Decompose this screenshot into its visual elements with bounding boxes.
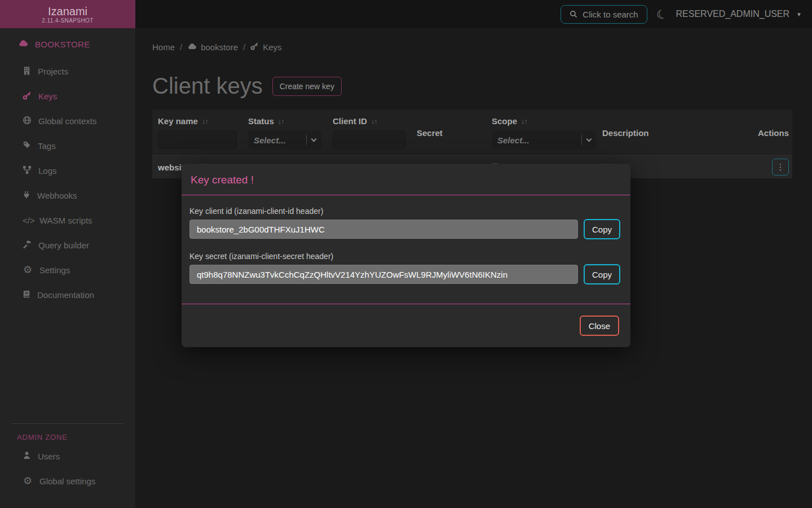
sort-key-name[interactable]: Key name ↓↑ — [158, 116, 248, 126]
sidebar-item-label: Settings — [39, 265, 70, 275]
caret-down-icon: ▼ — [796, 11, 802, 17]
sort-icon: ↓↑ — [202, 117, 208, 125]
close-button[interactable]: Close — [580, 316, 619, 336]
sidebar-item-logs[interactable]: Logs — [0, 158, 135, 183]
column-description: Description — [602, 128, 753, 138]
secret-label: Key secret (izanami-client-secret header… — [189, 252, 620, 261]
sidebar-item-tenant-bookstore[interactable]: BOOKSTORE — [0, 32, 135, 56]
app-version: 2.11.4-SNAPSHOT — [42, 17, 93, 24]
topbar: Izanami 2.11.4-SNAPSHOT Click to search … — [0, 0, 812, 28]
cloud-icon — [18, 39, 28, 49]
app-name: Izanami — [48, 5, 87, 17]
column-scope: Scope ↓↑ Select... — [492, 116, 602, 150]
admin-zone-title: ADMIN ZONE — [0, 424, 135, 444]
sidebar: BOOKSTORE Projects Keys Global contexts — [0, 28, 135, 508]
sidebar-item-label: Webhooks — [37, 191, 77, 200]
sidebar-item-query-builder[interactable]: Query builder — [0, 233, 135, 257]
modal-title: Key created ! — [191, 174, 621, 186]
dark-mode-toggle[interactable]: ☾ — [655, 7, 668, 21]
column-label: Scope — [492, 116, 517, 126]
secret-value-input[interactable] — [189, 265, 578, 284]
gear-icon: ⚙ — [23, 265, 33, 275]
breadcrumb: Home / bookstore / Keys — [135, 28, 812, 52]
sidebar-item-tags[interactable]: Tags — [0, 133, 135, 158]
hammer-icon — [23, 240, 32, 251]
sidebar-item-label: Projects — [38, 67, 68, 76]
breadcrumb-tenant[interactable]: bookstore — [187, 42, 238, 52]
sidebar-item-webhooks[interactable]: Webhooks — [0, 183, 135, 208]
code-icon: </> — [23, 216, 33, 225]
copy-secret-button[interactable]: Copy — [584, 264, 620, 284]
sidebar-item-label: Keys — [38, 91, 57, 101]
column-status: Status ↓↑ Select... — [248, 116, 333, 150]
column-label: Client ID — [333, 116, 367, 126]
sidebar-item-keys[interactable]: Keys — [0, 84, 135, 108]
search-button[interactable]: Click to search — [561, 5, 647, 24]
sidebar-item-label: Global contexts — [38, 116, 96, 126]
column-label: Key name — [158, 116, 198, 126]
sort-icon: ↓↑ — [371, 117, 377, 125]
copy-client-id-button[interactable]: Copy — [584, 219, 620, 239]
sitemap-icon — [23, 165, 32, 176]
sidebar-item-projects[interactable]: Projects — [0, 59, 135, 84]
column-label: Actions — [758, 128, 789, 138]
status-filter-select[interactable]: Select... — [248, 130, 321, 150]
client-id-value-input[interactable] — [189, 220, 578, 239]
column-client-id: Client ID ↓↑ — [333, 116, 417, 149]
key-icon — [250, 42, 259, 52]
ellipsis-vertical-icon: ⋮ — [776, 162, 785, 172]
user-menu[interactable]: RESERVED_ADMIN_USER ▼ — [676, 9, 802, 19]
breadcrumb-home[interactable]: Home — [152, 42, 175, 52]
sidebar-item-label: Documentation — [37, 290, 94, 300]
select-placeholder: Select... — [497, 135, 579, 145]
sidebar-item-label: Logs — [38, 166, 57, 176]
sidebar-item-documentation[interactable]: Documentation — [0, 282, 135, 307]
sidebar-item-settings[interactable]: ⚙ Settings — [0, 257, 135, 282]
sort-client-id[interactable]: Client ID ↓↑ — [333, 116, 417, 126]
breadcrumb-separator: / — [180, 42, 182, 52]
search-icon — [570, 10, 577, 18]
sidebar-item-label: Query builder — [38, 240, 89, 250]
sort-icon: ↓↑ — [278, 117, 284, 125]
column-actions: Actions — [758, 128, 789, 138]
modal-header: Key created ! — [182, 164, 630, 195]
sidebar-item-global-contexts[interactable]: Global contexts — [0, 108, 135, 133]
gear-icon: ⚙ — [23, 476, 33, 486]
column-key-name: Key name ↓↑ — [158, 116, 248, 149]
building-icon — [23, 66, 31, 77]
sidebar-item-label: Global settings — [39, 476, 95, 486]
modal-body: Key client id (izanami-client-id header)… — [182, 195, 630, 304]
sidebar-item-wasm-scripts[interactable]: </> WASM scripts — [0, 208, 135, 233]
chevron-down-icon — [311, 137, 317, 142]
client-id-filter-input[interactable] — [333, 130, 406, 149]
tag-icon — [23, 141, 31, 151]
sidebar-item-label: BOOKSTORE — [35, 40, 90, 49]
sort-status[interactable]: Status ↓↑ — [248, 116, 333, 126]
search-label: Click to search — [582, 10, 638, 19]
create-new-key-button[interactable]: Create new key — [272, 77, 342, 96]
sidebar-item-label: WASM scripts — [39, 216, 92, 225]
breadcrumb-keys[interactable]: Keys — [250, 42, 281, 52]
modal-footer: Close — [182, 304, 630, 347]
sidebar-item-global-settings[interactable]: ⚙ Global settings — [0, 468, 135, 493]
globe-icon — [23, 116, 32, 126]
plug-icon — [23, 190, 30, 201]
sidebar-item-users[interactable]: Users — [0, 444, 135, 468]
app-logo[interactable]: Izanami 2.11.4-SNAPSHOT — [0, 0, 135, 28]
row-actions-button[interactable]: ⋮ — [772, 159, 789, 176]
breadcrumb-label: Keys — [263, 42, 281, 52]
sidebar-item-label: Users — [38, 452, 60, 461]
book-icon — [23, 290, 30, 300]
breadcrumb-label: Home — [152, 42, 175, 52]
key-name-filter-input[interactable] — [158, 130, 237, 149]
client-id-label: Key client id (izanami-client-id header) — [189, 207, 620, 216]
breadcrumb-separator: / — [243, 42, 245, 52]
username: RESERVED_ADMIN_USER — [676, 9, 790, 19]
scope-filter-select[interactable]: Select... — [492, 130, 597, 150]
key-created-modal: Key created ! Key client id (izanami-cli… — [182, 164, 630, 347]
column-label: Status — [248, 116, 274, 126]
select-separator — [306, 135, 307, 145]
sort-scope[interactable]: Scope ↓↑ — [492, 116, 602, 126]
select-placeholder: Select... — [254, 135, 304, 145]
user-icon — [23, 451, 31, 461]
